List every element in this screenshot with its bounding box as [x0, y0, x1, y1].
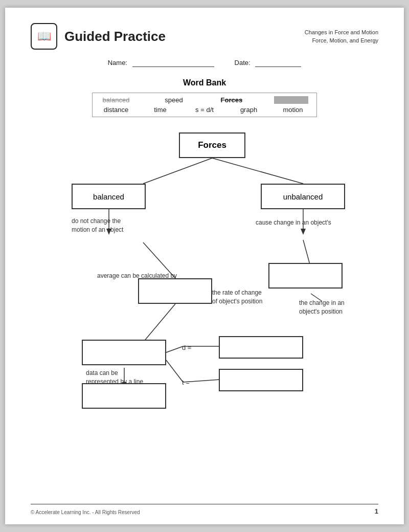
box-formula — [82, 340, 166, 365]
word-bank-title: Word Bank — [31, 78, 378, 87]
box-t — [219, 369, 303, 391]
diagram: Forces balanced unbalanced do not change… — [31, 132, 378, 429]
name-date-row: Name: Date: — [31, 59, 378, 67]
page: 📖 Guided Practice Changes in Force and M… — [5, 8, 404, 524]
label-avg-calc: average can be calculated by — [97, 272, 177, 280]
name-input[interactable] — [132, 59, 214, 67]
svg-line-12 — [166, 346, 183, 352]
box-graph — [82, 383, 166, 409]
svg-marker-5 — [301, 229, 306, 235]
logo-icon: 📖 — [31, 23, 57, 50]
header-subtitle: Changes in Force and Motion Force, Motio… — [305, 28, 378, 45]
name-field-group: Name: — [108, 59, 214, 67]
header-left: 📖 Guided Practice — [31, 23, 166, 50]
date-label: Date: — [235, 59, 251, 66]
name-label: Name: — [108, 59, 127, 66]
label-rate-change: the rate of changeof object's position — [212, 289, 262, 306]
header: 📖 Guided Practice Changes in Force and M… — [31, 23, 378, 50]
wb-word-formula: s = d/t — [189, 106, 220, 114]
wb-word-unbalanced: unbalanced — [274, 96, 308, 104]
page-title: Guided Practice — [64, 29, 166, 45]
wb-word-distance: distance — [101, 106, 131, 114]
word-bank-row2: distance time s = d/t graph motion — [101, 106, 308, 114]
wb-word-speed: speed — [158, 96, 189, 104]
wb-word-graph: graph — [234, 106, 264, 114]
word-bank-box: balanced speed Forces unbalanced distanc… — [92, 93, 317, 117]
footer: © Accelerate Learning Inc. - All Rights … — [31, 504, 378, 515]
box-forces: Forces — [179, 132, 245, 158]
word-bank-row1: balanced speed Forces unbalanced — [101, 96, 308, 104]
date-field-group: Date: — [235, 59, 302, 67]
svg-line-15 — [166, 360, 183, 382]
label-balanced-desc: do not change themotion of an object — [72, 217, 123, 234]
label-unbalanced-desc: cause change in an object's — [256, 218, 331, 227]
box-d — [219, 336, 303, 359]
wb-word-motion: motion — [278, 106, 308, 114]
box-motion — [268, 263, 343, 289]
wb-word-time: time — [145, 106, 176, 114]
label-t: t = — [182, 378, 190, 387]
svg-line-9 — [143, 304, 175, 342]
label-change-position: the change in anobject's position — [299, 299, 345, 316]
box-unbalanced: unbalanced — [261, 184, 345, 209]
wb-word-forces: Forces — [216, 96, 247, 104]
wb-word-balanced: balanced — [101, 96, 131, 104]
label-d: d = — [182, 343, 191, 352]
page-number: 1 — [375, 507, 378, 515]
svg-line-0 — [143, 158, 212, 184]
copyright: © Accelerate Learning Inc. - All Rights … — [31, 509, 140, 515]
box-balanced: balanced — [72, 184, 146, 209]
box-speed — [138, 278, 212, 304]
svg-line-1 — [212, 158, 303, 184]
date-input[interactable] — [255, 59, 301, 67]
